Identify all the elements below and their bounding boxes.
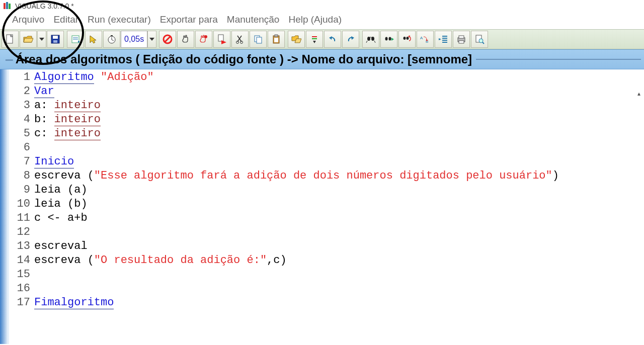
code-line[interactable]: 8escreva ("Esse algoritmo fará a adição …	[9, 169, 644, 183]
svg-marker-39	[313, 41, 316, 43]
line-content[interactable]: b: inteiro	[34, 113, 101, 127]
menu-editar[interactable]: Editar	[53, 14, 78, 25]
code-area[interactable]: 1Algoritmo "Adição"2Var3a: inteiro4b: in…	[9, 69, 644, 344]
svg-rect-33	[275, 35, 278, 37]
menu-help[interactable]: Help (Ajuda)	[288, 14, 342, 25]
run-button[interactable]	[213, 31, 230, 48]
line-number: 7	[9, 155, 34, 169]
caption-text: Área dos algoritmos ( Edição do código f…	[16, 52, 472, 66]
code-line[interactable]: 16	[9, 282, 644, 296]
svg-line-22	[165, 36, 171, 42]
svg-point-46	[385, 37, 388, 41]
menu-run[interactable]: Run (executar)	[88, 14, 151, 25]
svg-rect-0	[4, 3, 6, 9]
line-content[interactable]: leia (a)	[34, 183, 88, 197]
pointer-button[interactable]	[85, 31, 102, 48]
redo-button[interactable]	[342, 31, 359, 48]
svg-text:A: A	[420, 36, 423, 40]
svg-marker-15	[90, 36, 96, 43]
replace-ab-button[interactable]: AB	[417, 31, 434, 48]
svg-line-44	[366, 41, 367, 43]
code-line[interactable]: 17Fimalgoritmo	[9, 296, 644, 310]
find-next-button[interactable]	[380, 31, 397, 48]
line-content[interactable]: c: inteiro	[34, 127, 101, 141]
svg-marker-6	[24, 38, 33, 42]
svg-rect-9	[53, 36, 58, 39]
menu-exportar[interactable]: Exportar para	[160, 14, 218, 25]
line-content[interactable]: Var	[34, 84, 54, 99]
code-line[interactable]: 1Algoritmo "Adição"	[9, 70, 644, 84]
preview-button[interactable]	[471, 31, 488, 48]
stop-button[interactable]	[159, 31, 176, 48]
arrange-button[interactable]	[67, 31, 84, 48]
code-line[interactable]: 4b: inteiro	[9, 113, 644, 127]
code-line[interactable]: 11c <- a+b	[9, 211, 644, 225]
code-line[interactable]: 2Var	[9, 84, 644, 99]
title-bar: VISUALG 3.0.7.0 *	[0, 0, 644, 12]
folder-tree-button[interactable]	[288, 31, 305, 48]
code-line[interactable]: 9leia (a)	[9, 183, 644, 197]
svg-rect-19	[111, 35, 113, 36]
line-content[interactable]: leia (b)	[34, 197, 88, 211]
line-number: 14	[9, 253, 34, 268]
replace-button[interactable]	[398, 31, 416, 48]
line-content[interactable]: escreva ("Esse algoritmo fará a adição d…	[34, 169, 559, 183]
svg-rect-62	[459, 41, 464, 43]
save-button[interactable]	[47, 31, 64, 48]
line-content[interactable]: Inicio	[34, 155, 74, 169]
code-line[interactable]: 3a: inteiro	[9, 99, 644, 113]
code-line[interactable]: 6	[9, 141, 644, 155]
scroll-up-button[interactable]: ▴	[634, 88, 644, 99]
line-content[interactable]: c <- a+b	[34, 211, 88, 225]
menu-arquivo[interactable]: Arquivo	[12, 14, 44, 25]
new-file-button[interactable]	[2, 31, 19, 48]
svg-marker-40	[329, 36, 332, 40]
svg-rect-1	[6, 2, 8, 9]
line-number: 15	[9, 268, 34, 282]
code-line[interactable]: 13escreval	[9, 239, 644, 253]
paste-button[interactable]	[268, 31, 285, 48]
line-content[interactable]: a: inteiro	[34, 99, 101, 113]
line-number: 10	[9, 197, 34, 211]
open-dropdown[interactable]	[37, 31, 46, 48]
code-line[interactable]: 14escreva ("O resultado da adição é:",c)	[9, 253, 644, 268]
code-editor[interactable]: 1Algoritmo "Adição"2Var3a: inteiro4b: in…	[0, 69, 644, 344]
line-content[interactable]: escreval	[34, 239, 88, 253]
svg-rect-24	[218, 35, 223, 41]
cut-button[interactable]	[231, 31, 249, 48]
hand-button[interactable]	[177, 31, 194, 48]
svg-point-47	[389, 37, 391, 41]
svg-point-50	[407, 37, 409, 40]
undo-button[interactable]	[324, 31, 341, 48]
timer-value[interactable]: 0,05s	[121, 31, 147, 48]
toolbar: 0,05s AB	[0, 29, 644, 49]
app-title: VISUALG 3.0.7.0 *	[15, 2, 74, 10]
hand-stop-button[interactable]	[195, 31, 212, 48]
code-line[interactable]: 10leia (b)	[9, 197, 644, 211]
open-file-button[interactable]	[20, 31, 37, 48]
code-line[interactable]: 12	[9, 225, 644, 239]
toggle-button[interactable]	[306, 31, 323, 48]
print-button[interactable]	[453, 31, 470, 48]
caption-line	[476, 59, 641, 60]
line-number: 1	[9, 70, 34, 84]
indent-button[interactable]	[435, 31, 452, 48]
code-line[interactable]: 15	[9, 268, 644, 282]
line-number: 12	[9, 225, 34, 239]
copy-button[interactable]	[250, 31, 267, 48]
line-number: 2	[9, 84, 34, 99]
menu-manutencao[interactable]: Manutenção	[227, 14, 280, 25]
timer-icon-button[interactable]	[103, 31, 120, 48]
line-number: 4	[9, 113, 34, 127]
svg-rect-10	[53, 40, 57, 43]
code-line[interactable]: 7Inicio	[9, 155, 644, 169]
line-content[interactable]: Algoritmo "Adição"	[34, 70, 154, 84]
find-button[interactable]	[362, 31, 379, 48]
line-content[interactable]: escreva ("O resultado da adição é:",c)	[34, 253, 287, 268]
code-line[interactable]: 5c: inteiro	[9, 127, 644, 141]
timer-dropdown[interactable]	[147, 31, 156, 48]
line-number: 8	[9, 169, 34, 183]
menu-bar: Arquivo Editar Run (executar) Exportar p…	[0, 12, 644, 29]
svg-rect-34	[274, 38, 278, 42]
line-content[interactable]: Fimalgoritmo	[34, 296, 114, 310]
